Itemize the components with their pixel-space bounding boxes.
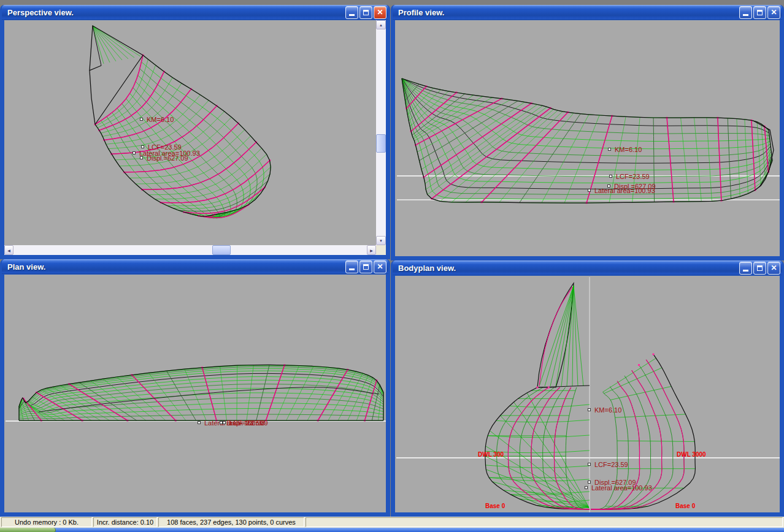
bodyplan-canvas[interactable]: KM=6.10LCF=23.59Displ.=627.09Lateral are… xyxy=(395,276,780,512)
minimize-icon xyxy=(743,270,748,272)
maximize-icon xyxy=(757,265,763,271)
plan-hull-drawing xyxy=(4,275,386,512)
window-profile-view: Profile view. ✕ KM=6.10LCF=23.59Displ.=6… xyxy=(391,5,784,260)
maximize-icon xyxy=(363,10,369,15)
grid-label: DWL 300 xyxy=(478,451,504,458)
maximize-button[interactable] xyxy=(753,262,766,275)
minimize-button[interactable] xyxy=(345,6,358,19)
annotation-label: Displ.=627.09 xyxy=(147,154,188,162)
close-icon: ✕ xyxy=(771,9,777,16)
annotation-marker xyxy=(609,175,612,178)
window-title: Plan view. xyxy=(7,262,344,272)
app-root: { "windows": { "perspective": { "title":… xyxy=(0,0,784,532)
annotation-marker xyxy=(198,421,201,424)
annotation-label: LCF=23.59 xyxy=(616,173,650,180)
window-title: Profile view. xyxy=(398,8,738,17)
vertical-scroll-thumb[interactable] xyxy=(376,134,386,153)
horizontal-scroll-thumb[interactable] xyxy=(212,245,231,255)
window-title: Perspective view. xyxy=(7,8,344,17)
annotation-marker xyxy=(140,156,143,159)
annotation-marker xyxy=(140,118,143,121)
titlebar-perspective[interactable]: Perspective view. ✕ xyxy=(2,5,388,20)
annotation-label: KM=6.10 xyxy=(615,146,642,153)
annotation-label: LCF=23.59 xyxy=(594,461,628,468)
window-plan-view: Plan view. ✕ Lateral area=100.93Displ.=6… xyxy=(0,259,390,517)
scroll-left-button[interactable]: ◀ xyxy=(4,245,13,255)
minimize-icon xyxy=(349,268,355,270)
annotation-marker xyxy=(588,408,591,411)
minimize-button[interactable] xyxy=(739,6,752,19)
taskbar-edge xyxy=(0,528,784,532)
annotation-marker xyxy=(588,189,591,192)
status-incr-distance: Incr. distance: 0.10 xyxy=(93,517,157,527)
close-button[interactable]: ✕ xyxy=(374,260,386,273)
vertical-scrollbar[interactable]: ▲ ▼ xyxy=(376,20,386,245)
maximize-button[interactable] xyxy=(753,6,766,19)
annotation-marker xyxy=(141,145,144,148)
minimize-icon xyxy=(349,14,355,16)
bodyplan-hull-drawing xyxy=(395,276,780,512)
horizontal-scrollbar[interactable]: ◀ ▶ xyxy=(4,245,376,255)
annotation-label: LCF=23.59 xyxy=(229,419,263,427)
annotation-label: Lateral area=100.93 xyxy=(594,187,655,194)
start-button-fragment[interactable] xyxy=(0,528,56,532)
annotation-label: Lateral area=100.93 xyxy=(591,484,652,492)
window-bodyplan-view: Bodyplan view. ✕ KM=6.10LCF=23.59Displ.=… xyxy=(391,260,784,517)
status-bar: Undo memory : 0 Kb. Incr. distance: 0.10… xyxy=(0,517,784,528)
profile-canvas[interactable]: KM=6.10LCF=23.59Displ.=627.09Lateral are… xyxy=(395,20,780,256)
minimize-button[interactable] xyxy=(345,260,358,273)
close-icon: ✕ xyxy=(377,9,383,16)
annotation-marker xyxy=(588,481,591,484)
minimize-icon xyxy=(743,14,748,16)
close-button[interactable]: ✕ xyxy=(767,262,780,275)
grid-label: Base 0 xyxy=(675,503,695,509)
maximize-button[interactable] xyxy=(359,6,372,19)
close-icon: ✕ xyxy=(771,264,777,272)
scroll-up-button[interactable]: ▲ xyxy=(376,20,386,29)
plan-canvas[interactable]: Lateral area=100.93Displ.=627.09LCF=23.5… xyxy=(4,275,386,512)
scrollbar-corner xyxy=(376,245,386,255)
scroll-right-button[interactable]: ▶ xyxy=(367,245,376,255)
titlebar-profile[interactable]: Profile view. ✕ xyxy=(393,5,782,20)
close-button[interactable]: ✕ xyxy=(767,6,780,19)
titlebar-plan[interactable]: Plan view. ✕ xyxy=(2,259,388,274)
close-button[interactable]: ✕ xyxy=(374,6,386,19)
titlebar-bodyplan[interactable]: Bodyplan view. ✕ xyxy=(393,260,782,275)
perspective-canvas[interactable]: KM=6.10LCF=23.59Lateral area=100.93Displ… xyxy=(4,20,376,245)
profile-hull-drawing xyxy=(395,20,780,256)
maximize-icon xyxy=(363,264,369,270)
scroll-down-button[interactable]: ▼ xyxy=(376,236,386,245)
annotation-marker xyxy=(588,463,591,466)
annotation-marker xyxy=(133,151,136,154)
status-empty-panel xyxy=(306,517,783,527)
annotation-label: KM=6.10 xyxy=(594,406,621,414)
window-perspective-view: Perspective view. ✕ KM=6.10LCF=23.59Late… xyxy=(0,5,390,259)
maximize-icon xyxy=(757,10,763,15)
status-undo-memory: Undo memory : 0 Kb. xyxy=(1,517,92,527)
perspective-hull-drawing xyxy=(4,20,376,245)
annotation-marker xyxy=(608,148,611,151)
grid-label: DWL 3000 xyxy=(677,451,706,458)
close-icon: ✕ xyxy=(377,263,383,270)
annotation-marker xyxy=(585,486,588,489)
window-title: Bodyplan view. xyxy=(398,264,738,273)
maximize-button[interactable] xyxy=(359,260,372,273)
grid-label: Base 0 xyxy=(485,503,505,509)
minimize-button[interactable] xyxy=(739,262,752,275)
status-model-stats: 108 faces, 237 edges, 130 points, 0 curv… xyxy=(158,517,304,527)
annotation-marker xyxy=(223,421,226,424)
annotation-label: KM=6.10 xyxy=(147,116,174,123)
